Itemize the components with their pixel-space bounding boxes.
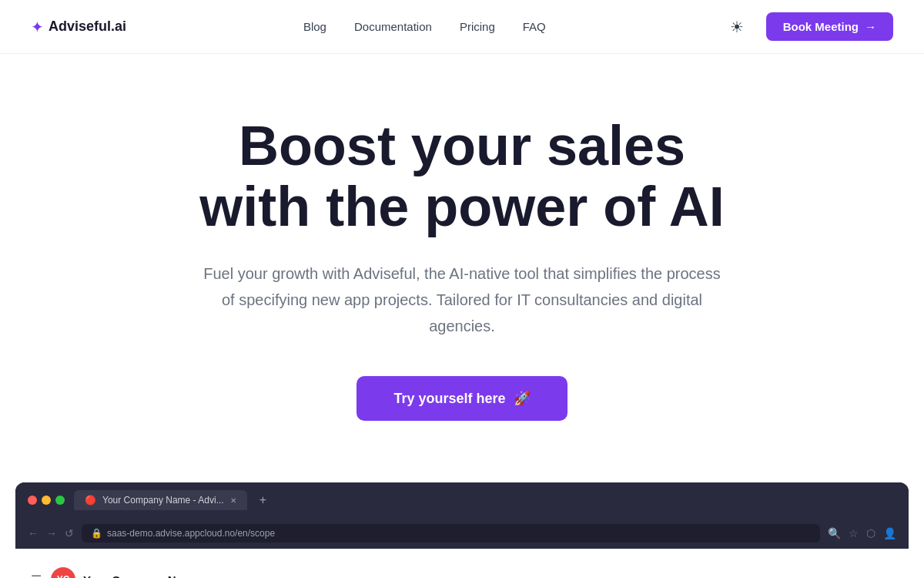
nav-documentation[interactable]: Documentation xyxy=(354,20,432,33)
browser-reload-icon[interactable]: ↺ xyxy=(65,527,74,539)
maximize-window-dot[interactable] xyxy=(55,496,65,505)
theme-toggle-button[interactable]: ☀ xyxy=(723,13,751,41)
try-yourself-button[interactable]: Try yourself here 🚀 xyxy=(357,376,567,421)
lock-icon: 🔒 xyxy=(91,528,102,539)
company-logo-avatar: YC xyxy=(51,567,75,578)
browser-new-tab-icon[interactable]: + xyxy=(259,493,266,507)
hero-title-line2: with the power of AI xyxy=(199,176,724,237)
company-name-text: Your Company Name xyxy=(83,573,199,578)
header: ✦ Adviseful.ai Blog Documentation Pricin… xyxy=(0,0,924,54)
hero-title: Boost your sales with the power of AI xyxy=(199,116,724,237)
browser-action-icons: 🔍 ☆ ⬡ 👤 xyxy=(828,527,896,539)
hero-section: Boost your sales with the power of AI Fu… xyxy=(0,54,924,467)
browser-url-text: saas-demo.advise.appcloud.no/en/scope xyxy=(107,528,275,539)
company-logo-area: YC Your Company Name xyxy=(51,567,199,578)
rocket-icon: 🚀 xyxy=(514,390,531,407)
browser-back-icon[interactable]: ← xyxy=(28,527,38,539)
hero-subtitle: Fuel your growth with Adviseful, the AI-… xyxy=(200,260,724,339)
browser-nav-bar: ← → ↺ 🔒 saas-demo.advise.appcloud.no/en/… xyxy=(15,518,909,549)
nav-pricing[interactable]: Pricing xyxy=(460,20,495,33)
browser-forward-icon[interactable]: → xyxy=(46,527,57,539)
book-meeting-button[interactable]: Book Meeting → xyxy=(766,12,893,41)
extensions-icon[interactable]: ⬡ xyxy=(866,527,875,539)
main-nav: Blog Documentation Pricing FAQ xyxy=(303,20,546,33)
minimize-window-dot[interactable] xyxy=(42,496,51,505)
browser-content: ☰ YC Your Company Name xyxy=(15,549,909,578)
sidebar-hamburger-icon[interactable]: ☰ xyxy=(31,573,42,578)
browser-window-controls xyxy=(28,496,65,505)
browser-tab-label: Your Company Name - Advi... xyxy=(102,495,224,506)
book-meeting-arrow-icon: → xyxy=(865,20,876,33)
star-icon[interactable]: ☆ xyxy=(849,527,859,539)
logo[interactable]: ✦ Adviseful.ai xyxy=(31,18,126,36)
browser-url-bar[interactable]: 🔒 saas-demo.advise.appcloud.no/en/scope xyxy=(82,524,820,543)
browser-topbar: 🔴 Your Company Name - Advi... ✕ + xyxy=(15,482,909,518)
profile-icon[interactable]: 👤 xyxy=(883,527,896,539)
logo-text: Adviseful.ai xyxy=(49,18,126,35)
header-right: ☀ Book Meeting → xyxy=(723,12,893,41)
browser-tab[interactable]: 🔴 Your Company Name - Advi... ✕ xyxy=(74,490,247,510)
close-window-dot[interactable] xyxy=(28,496,37,505)
browser-mockup: 🔴 Your Company Name - Advi... ✕ + ← → ↺ … xyxy=(15,482,909,578)
browser-tab-close-icon[interactable]: ✕ xyxy=(230,496,236,505)
search-icon[interactable]: 🔍 xyxy=(828,527,841,539)
book-meeting-label: Book Meeting xyxy=(783,20,859,33)
browser-tab-favicon: 🔴 xyxy=(85,495,96,506)
browser-mockup-container: 🔴 Your Company Name - Advi... ✕ + ← → ↺ … xyxy=(0,482,924,578)
logo-icon: ✦ xyxy=(31,18,44,36)
hero-title-line1: Boost your sales xyxy=(239,115,685,176)
nav-blog[interactable]: Blog xyxy=(303,20,326,33)
try-yourself-label: Try yourself here xyxy=(393,391,505,407)
nav-faq[interactable]: FAQ xyxy=(523,20,546,33)
